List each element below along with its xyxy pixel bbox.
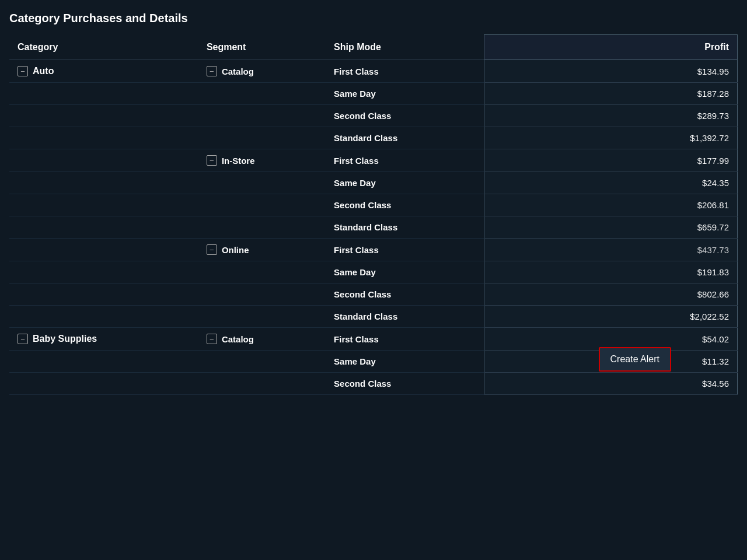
category-cell bbox=[9, 216, 198, 239]
table-row: Same Day$191.83 bbox=[9, 261, 738, 284]
category-label: Auto bbox=[33, 66, 54, 76]
profit-cell: $437.73 bbox=[484, 239, 738, 261]
ship-mode-cell: Same Day bbox=[326, 351, 484, 373]
segment-cell: −Online bbox=[198, 239, 326, 261]
segment-collapse-icon[interactable]: − bbox=[207, 66, 217, 76]
collapse-icon[interactable]: − bbox=[18, 66, 28, 76]
ship-mode-cell: Second Class bbox=[326, 194, 484, 216]
table-row: Same Day$24.35 bbox=[9, 172, 738, 194]
ship-mode-cell: First Class bbox=[326, 328, 484, 351]
segment-label: In-Store bbox=[222, 156, 255, 166]
segment-cell bbox=[198, 105, 326, 127]
segment-collapse-icon[interactable]: − bbox=[207, 155, 217, 166]
category-cell: −Baby Supplies bbox=[9, 328, 198, 351]
column-header-profit: Profit bbox=[484, 35, 738, 60]
segment-label: Catalog bbox=[222, 66, 254, 76]
category-cell bbox=[9, 306, 198, 328]
ship-mode-cell: Second Class bbox=[326, 373, 484, 395]
category-cell bbox=[9, 105, 198, 127]
profit-value: $191.83 bbox=[697, 267, 729, 277]
profit-value: $437.73 bbox=[697, 245, 729, 255]
segment-cell bbox=[198, 172, 326, 194]
category-cell bbox=[9, 172, 198, 194]
table-row: −OnlineFirst Class$437.73 bbox=[9, 239, 738, 261]
segment-cell: −Catalog bbox=[198, 328, 326, 351]
column-header-category: Category bbox=[9, 35, 198, 60]
page-title: Category Purchases and Details bbox=[9, 12, 738, 25]
table-row: Second Class$34.56 bbox=[9, 373, 738, 395]
profit-cell: $802.66 bbox=[484, 284, 738, 306]
segment-cell: −In-Store bbox=[198, 149, 326, 172]
ship-mode-cell: Second Class bbox=[326, 284, 484, 306]
segment-cell: −Catalog bbox=[198, 60, 326, 83]
category-cell bbox=[9, 127, 198, 149]
ship-mode-cell: First Class bbox=[326, 149, 484, 172]
segment-cell bbox=[198, 351, 326, 373]
table-row: −In-StoreFirst Class$177.99 bbox=[9, 149, 738, 172]
ship-mode-cell: Standard Class bbox=[326, 306, 484, 328]
create-alert-popup[interactable]: Create Alert bbox=[599, 347, 671, 372]
column-header-ship-mode: Ship Mode bbox=[326, 35, 484, 60]
category-cell bbox=[9, 284, 198, 306]
column-header-segment: Segment bbox=[198, 35, 326, 60]
category-cell bbox=[9, 239, 198, 261]
ship-mode-cell: Same Day bbox=[326, 172, 484, 194]
category-cell bbox=[9, 351, 198, 373]
segment-collapse-icon[interactable]: − bbox=[207, 334, 217, 344]
category-cell bbox=[9, 83, 198, 105]
segment-cell bbox=[198, 284, 326, 306]
profit-cell: $34.56 bbox=[484, 373, 738, 395]
ship-mode-cell: First Class bbox=[326, 239, 484, 261]
segment-cell bbox=[198, 83, 326, 105]
profit-cell: $24.35 bbox=[484, 172, 738, 194]
profit-cell: $191.83 bbox=[484, 261, 738, 284]
segment-label: Online bbox=[222, 245, 249, 255]
collapse-icon[interactable]: − bbox=[18, 334, 28, 344]
profit-cell: $2,022.52 bbox=[484, 306, 738, 328]
profit-cell: $289.73 bbox=[484, 105, 738, 127]
profit-cell: $187.28 bbox=[484, 83, 738, 105]
segment-cell bbox=[198, 216, 326, 239]
category-cell: −Auto bbox=[9, 60, 198, 83]
profit-cell: $134.95 bbox=[484, 60, 738, 83]
category-cell bbox=[9, 194, 198, 216]
profit-cell: $206.81 bbox=[484, 194, 738, 216]
table-row: Standard Class$659.72 bbox=[9, 216, 738, 239]
table-row: Second Class$802.66 bbox=[9, 284, 738, 306]
ship-mode-cell: Standard Class bbox=[326, 216, 484, 239]
table-row: Standard Class$2,022.52 bbox=[9, 306, 738, 328]
ship-mode-cell: Same Day bbox=[326, 83, 484, 105]
category-cell bbox=[9, 149, 198, 172]
table-row: Second Class$289.73 bbox=[9, 105, 738, 127]
segment-cell bbox=[198, 261, 326, 284]
ship-mode-cell: First Class bbox=[326, 60, 484, 83]
profit-cell: $177.99 bbox=[484, 149, 738, 172]
segment-label: Catalog bbox=[222, 334, 254, 344]
ship-mode-cell: Standard Class bbox=[326, 127, 484, 149]
data-table: Category Segment Ship Mode Profit −Auto−… bbox=[9, 34, 738, 395]
category-cell bbox=[9, 261, 198, 284]
profit-cell: $1,392.72 bbox=[484, 127, 738, 149]
segment-cell bbox=[198, 194, 326, 216]
page-container: Category Purchases and Details Category … bbox=[0, 0, 747, 560]
segment-cell bbox=[198, 306, 326, 328]
ship-mode-cell: Second Class bbox=[326, 105, 484, 127]
table-row: Same Day$187.28 bbox=[9, 83, 738, 105]
table-row: −Auto−CatalogFirst Class$134.95 bbox=[9, 60, 738, 83]
segment-collapse-icon[interactable]: − bbox=[207, 244, 217, 255]
ship-mode-cell: Same Day bbox=[326, 261, 484, 284]
category-label: Baby Supplies bbox=[33, 334, 97, 344]
segment-cell bbox=[198, 373, 326, 395]
table-header-row: Category Segment Ship Mode Profit bbox=[9, 35, 738, 60]
table-row: Standard Class$1,392.72 bbox=[9, 127, 738, 149]
segment-cell bbox=[198, 127, 326, 149]
profit-cell: $659.72 bbox=[484, 216, 738, 239]
table-row: Second Class$206.81 bbox=[9, 194, 738, 216]
table-wrapper: Category Segment Ship Mode Profit −Auto−… bbox=[9, 34, 738, 395]
category-cell bbox=[9, 373, 198, 395]
